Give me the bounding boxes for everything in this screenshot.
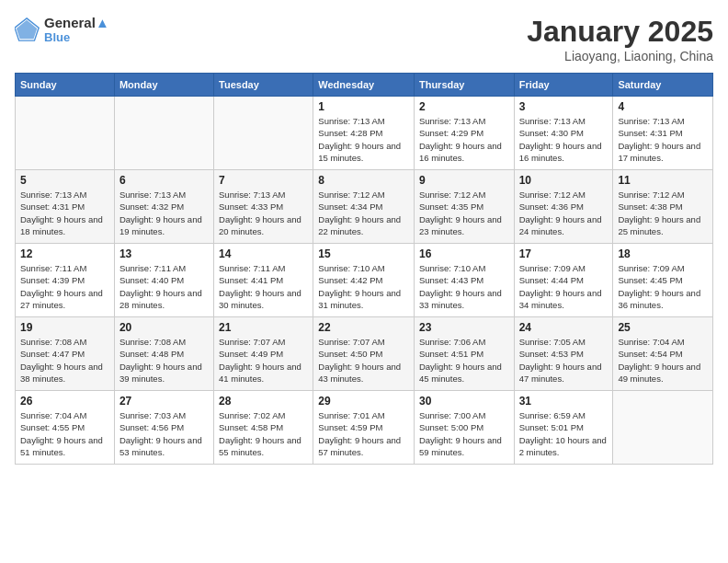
day-number: 30	[419, 395, 509, 408]
day-info: Sunrise: 7:07 AM Sunset: 4:49 PM Dayligh…	[219, 336, 308, 385]
day-cell	[16, 97, 115, 170]
day-number: 18	[618, 247, 708, 260]
day-number: 24	[519, 321, 609, 334]
weekday-header-tuesday: Tuesday	[214, 74, 313, 97]
day-cell: 17Sunrise: 7:09 AM Sunset: 4:44 PM Dayli…	[514, 244, 613, 317]
day-number: 31	[519, 395, 609, 408]
day-info: Sunrise: 7:13 AM Sunset: 4:29 PM Dayligh…	[419, 115, 509, 164]
day-number: 6	[119, 174, 209, 187]
day-cell: 11Sunrise: 7:12 AM Sunset: 4:38 PM Dayli…	[613, 170, 713, 244]
logo: General▲ Blue	[15, 15, 109, 44]
day-cell: 22Sunrise: 7:07 AM Sunset: 4:50 PM Dayli…	[313, 317, 415, 391]
day-info: Sunrise: 7:04 AM Sunset: 4:55 PM Dayligh…	[20, 409, 109, 458]
logo-text: General▲ Blue	[44, 15, 109, 44]
week-row-2: 5Sunrise: 7:13 AM Sunset: 4:31 PM Daylig…	[16, 170, 713, 244]
day-info: Sunrise: 7:06 AM Sunset: 4:51 PM Dayligh…	[419, 336, 509, 385]
day-info: Sunrise: 7:12 AM Sunset: 4:38 PM Dayligh…	[618, 189, 708, 237]
day-info: Sunrise: 7:12 AM Sunset: 4:34 PM Dayligh…	[318, 189, 409, 237]
day-number: 5	[20, 174, 109, 187]
location-subtitle: Liaoyang, Liaoning, China	[527, 49, 713, 63]
week-row-5: 26Sunrise: 7:04 AM Sunset: 4:55 PM Dayli…	[16, 391, 713, 465]
day-info: Sunrise: 7:13 AM Sunset: 4:32 PM Dayligh…	[119, 189, 209, 237]
day-info: Sunrise: 6:59 AM Sunset: 5:01 PM Dayligh…	[519, 409, 609, 458]
day-cell: 7Sunrise: 7:13 AM Sunset: 4:33 PM Daylig…	[214, 170, 313, 244]
day-info: Sunrise: 7:01 AM Sunset: 4:59 PM Dayligh…	[318, 409, 409, 458]
weekday-header-friday: Friday	[514, 74, 613, 97]
day-number: 16	[419, 247, 509, 260]
day-number: 8	[318, 174, 409, 187]
day-number: 9	[419, 174, 509, 187]
weekday-header-thursday: Thursday	[414, 74, 514, 97]
day-cell: 14Sunrise: 7:11 AM Sunset: 4:41 PM Dayli…	[214, 244, 313, 317]
day-info: Sunrise: 7:10 AM Sunset: 4:43 PM Dayligh…	[419, 262, 509, 311]
day-cell: 24Sunrise: 7:05 AM Sunset: 4:53 PM Dayli…	[514, 317, 613, 391]
day-info: Sunrise: 7:11 AM Sunset: 4:40 PM Dayligh…	[119, 262, 209, 311]
weekday-header-sunday: Sunday	[16, 74, 115, 97]
week-row-3: 12Sunrise: 7:11 AM Sunset: 4:39 PM Dayli…	[16, 244, 713, 317]
day-number: 22	[318, 321, 409, 334]
day-cell: 6Sunrise: 7:13 AM Sunset: 4:32 PM Daylig…	[114, 170, 213, 244]
day-cell	[214, 97, 313, 170]
day-info: Sunrise: 7:08 AM Sunset: 4:47 PM Dayligh…	[20, 336, 109, 385]
day-info: Sunrise: 7:12 AM Sunset: 4:35 PM Dayligh…	[419, 189, 509, 237]
day-number: 1	[318, 100, 409, 113]
day-number: 23	[419, 321, 509, 334]
day-number: 19	[20, 321, 109, 334]
calendar-table: SundayMondayTuesdayWednesdayThursdayFrid…	[15, 73, 713, 465]
day-cell: 9Sunrise: 7:12 AM Sunset: 4:35 PM Daylig…	[414, 170, 514, 244]
day-info: Sunrise: 7:00 AM Sunset: 5:00 PM Dayligh…	[419, 409, 509, 458]
day-cell: 26Sunrise: 7:04 AM Sunset: 4:55 PM Dayli…	[16, 391, 115, 465]
day-cell	[114, 97, 213, 170]
day-number: 10	[519, 174, 609, 187]
day-cell: 10Sunrise: 7:12 AM Sunset: 4:36 PM Dayli…	[514, 170, 613, 244]
day-cell: 31Sunrise: 6:59 AM Sunset: 5:01 PM Dayli…	[514, 391, 613, 465]
day-cell: 8Sunrise: 7:12 AM Sunset: 4:34 PM Daylig…	[313, 170, 415, 244]
day-number: 2	[419, 100, 509, 113]
day-info: Sunrise: 7:13 AM Sunset: 4:33 PM Dayligh…	[219, 189, 308, 237]
logo-icon	[15, 17, 40, 42]
day-number: 13	[119, 247, 209, 260]
day-info: Sunrise: 7:12 AM Sunset: 4:36 PM Dayligh…	[519, 189, 609, 237]
day-cell: 30Sunrise: 7:00 AM Sunset: 5:00 PM Dayli…	[414, 391, 514, 465]
day-cell: 27Sunrise: 7:03 AM Sunset: 4:56 PM Dayli…	[114, 391, 213, 465]
weekday-header-wednesday: Wednesday	[313, 74, 415, 97]
day-cell: 4Sunrise: 7:13 AM Sunset: 4:31 PM Daylig…	[613, 97, 713, 170]
title-area: January 2025 Liaoyang, Liaoning, China	[527, 15, 713, 63]
header: General▲ Blue January 2025 Liaoyang, Lia…	[15, 15, 713, 63]
day-number: 25	[618, 321, 708, 334]
day-info: Sunrise: 7:13 AM Sunset: 4:31 PM Dayligh…	[618, 115, 708, 164]
day-number: 27	[119, 395, 209, 408]
week-row-4: 19Sunrise: 7:08 AM Sunset: 4:47 PM Dayli…	[16, 317, 713, 391]
day-number: 26	[20, 395, 109, 408]
month-title: January 2025	[527, 15, 713, 49]
day-cell: 5Sunrise: 7:13 AM Sunset: 4:31 PM Daylig…	[16, 170, 115, 244]
day-number: 28	[219, 395, 308, 408]
weekday-header-saturday: Saturday	[613, 74, 713, 97]
day-cell: 19Sunrise: 7:08 AM Sunset: 4:47 PM Dayli…	[16, 317, 115, 391]
day-info: Sunrise: 7:04 AM Sunset: 4:54 PM Dayligh…	[618, 336, 708, 385]
weekday-header-monday: Monday	[114, 74, 213, 97]
day-info: Sunrise: 7:05 AM Sunset: 4:53 PM Dayligh…	[519, 336, 609, 385]
weekday-header-row: SundayMondayTuesdayWednesdayThursdayFrid…	[16, 74, 713, 97]
day-number: 21	[219, 321, 308, 334]
day-number: 20	[119, 321, 209, 334]
day-info: Sunrise: 7:13 AM Sunset: 4:31 PM Dayligh…	[20, 189, 109, 237]
day-number: 29	[318, 395, 409, 408]
day-number: 7	[219, 174, 308, 187]
day-number: 12	[20, 247, 109, 260]
svg-marker-0	[17, 20, 37, 40]
day-number: 17	[519, 247, 609, 260]
day-cell: 2Sunrise: 7:13 AM Sunset: 4:29 PM Daylig…	[414, 97, 514, 170]
day-cell: 13Sunrise: 7:11 AM Sunset: 4:40 PM Dayli…	[114, 244, 213, 317]
day-info: Sunrise: 7:09 AM Sunset: 4:44 PM Dayligh…	[519, 262, 609, 311]
day-cell: 21Sunrise: 7:07 AM Sunset: 4:49 PM Dayli…	[214, 317, 313, 391]
day-info: Sunrise: 7:02 AM Sunset: 4:58 PM Dayligh…	[219, 409, 308, 458]
day-info: Sunrise: 7:08 AM Sunset: 4:48 PM Dayligh…	[119, 336, 209, 385]
day-info: Sunrise: 7:13 AM Sunset: 4:28 PM Dayligh…	[318, 115, 409, 164]
day-cell: 15Sunrise: 7:10 AM Sunset: 4:42 PM Dayli…	[313, 244, 415, 317]
day-number: 3	[519, 100, 609, 113]
day-info: Sunrise: 7:13 AM Sunset: 4:30 PM Dayligh…	[519, 115, 609, 164]
day-info: Sunrise: 7:10 AM Sunset: 4:42 PM Dayligh…	[318, 262, 409, 311]
day-cell: 29Sunrise: 7:01 AM Sunset: 4:59 PM Dayli…	[313, 391, 415, 465]
day-cell: 12Sunrise: 7:11 AM Sunset: 4:39 PM Dayli…	[16, 244, 115, 317]
